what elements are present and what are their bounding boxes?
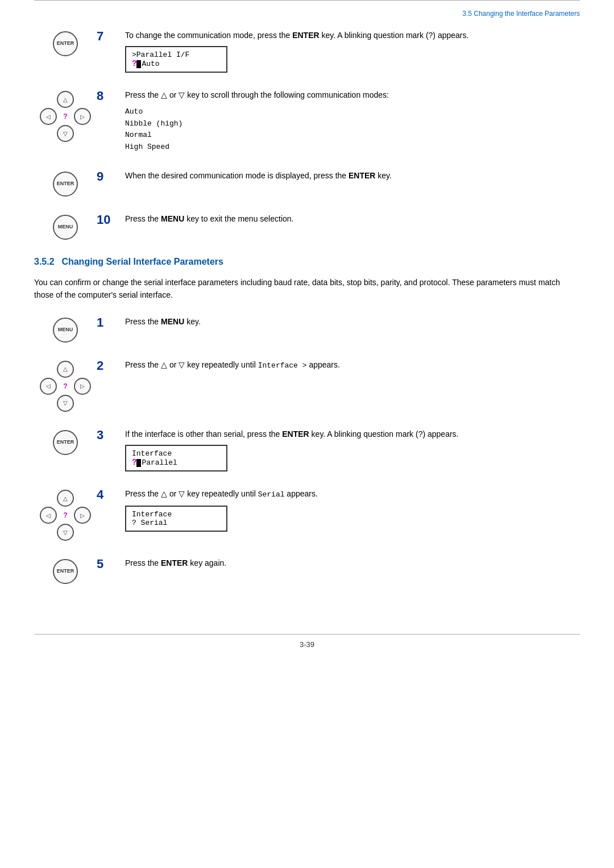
nav-cluster-icon-2: △ ▽ ◁ ▷ ?	[40, 361, 91, 412]
step8-text: Press the △ or ▽ key to scroll through t…	[125, 89, 580, 101]
step2-1-icon-col: MENU	[34, 315, 97, 343]
section-title: Changing Serial Interface Parameters	[56, 257, 223, 266]
step2-1-number: 1	[97, 316, 103, 329]
step2-1-content: Press the MENU key.	[125, 315, 580, 328]
page-container: 3.5 Changing the Interface Parameters EN…	[0, 0, 614, 868]
step8-content: Press the △ or ▽ key to scroll through t…	[125, 89, 580, 153]
step9-number: 9	[97, 170, 103, 183]
step7-icon-col: ENTER	[34, 29, 97, 56]
nav-down-btn: ▽	[57, 125, 74, 142]
step2-1-number-col: 1	[97, 315, 125, 329]
page-header: 3.5 Changing the Interface Parameters	[0, 5, 614, 29]
step2-row-5: ENTER 5 Press the ENTER key again.	[34, 557, 580, 584]
enter-key-icon-3: ENTER	[53, 430, 78, 455]
step2-4-text: Press the △ or ▽ key repeatedly until Se…	[125, 487, 580, 501]
code-line-normal: Normal	[125, 130, 580, 141]
step2-5-number: 5	[97, 558, 103, 570]
nav-up-btn-2: △	[57, 361, 74, 378]
step10-text: Press the MENU key to exit the menu sele…	[125, 212, 580, 225]
menu-key-icon-1: MENU	[53, 318, 78, 343]
section-ref-label: 3.5 Changing the Interface Parameters	[462, 10, 580, 18]
step2-3-lcd: Interface ?Parallel	[125, 445, 227, 471]
lcd7-line1: >Parallel I/F	[132, 51, 221, 59]
step2-4-lcd: Interface ? Serial	[125, 506, 227, 532]
nav-question-mark: ?	[57, 108, 74, 125]
lcd4-line2: ? Serial	[132, 519, 221, 527]
step9-text: When the desired communication mode is d…	[125, 169, 580, 182]
step2-4-number: 4	[97, 489, 103, 501]
step8-code: Auto Nibble (high) Normal High Speed	[125, 106, 580, 153]
code-line-nibble: Nibble (high)	[125, 118, 580, 130]
nav-cluster-icon-4: △ ▽ ◁ ▷ ?	[40, 490, 91, 541]
step10-icon-col: MENU	[34, 212, 97, 240]
step7-content: To change the communication mode, press …	[125, 29, 580, 73]
step2-2-number-col: 2	[97, 358, 125, 372]
step7-lcd: >Parallel I/F ?Auto	[125, 46, 227, 73]
step10-number-col: 10	[97, 212, 125, 226]
step-row-10: MENU 10 Press the MENU key to exit the m…	[34, 212, 580, 240]
nav-up-btn-4: △	[57, 490, 74, 507]
step8-number-col: 8	[97, 89, 125, 102]
nav-question-mark-2: ?	[57, 378, 74, 395]
step2-1-text: Press the MENU key.	[125, 315, 580, 328]
lcd3-line1: Interface	[132, 449, 221, 458]
lcd3-line2: ?Parallel	[132, 458, 221, 467]
step9-number-col: 9	[97, 169, 125, 183]
nav-down-btn-2: ▽	[57, 395, 74, 412]
step2-4-icon-col: △ ▽ ◁ ▷ ?	[34, 487, 97, 541]
step2-row-2: △ ▽ ◁ ▷ ? 2 Press the △ or ▽ key repeate…	[34, 358, 580, 412]
step2-2-number: 2	[97, 360, 103, 372]
page-footer: 3-39	[0, 635, 614, 654]
nav-down-btn-4: ▽	[57, 524, 74, 541]
lcd7-line2: ?Auto	[132, 59, 221, 68]
step2-2-icon-col: △ ▽ ◁ ▷ ?	[34, 358, 97, 412]
menu-key-icon-10: MENU	[53, 215, 78, 240]
step2-3-text: If the interface is other than serial, p…	[125, 428, 580, 440]
enter-key-icon: ENTER	[53, 31, 78, 56]
step2-2-text: Press the △ or ▽ key repeatedly until In…	[125, 358, 580, 372]
step7-number-col: 7	[97, 29, 125, 43]
section-description: You can confirm or change the serial int…	[34, 276, 580, 302]
nav-right-btn-2: ▷	[74, 378, 91, 395]
step-row-8: △ ▽ ◁ ▷ ? 8 Press the △ or ▽ key to scro…	[34, 89, 580, 153]
step2-3-number: 3	[97, 429, 103, 441]
step2-row-3: ENTER 3 If the interface is other than s…	[34, 428, 580, 471]
nav-left-btn-4: ◁	[40, 507, 57, 524]
nav-left-btn: ◁	[40, 108, 57, 125]
page-number: 3-39	[300, 640, 314, 649]
step9-icon-col: ENTER	[34, 169, 97, 197]
content-area: ENTER 7 To change the communication mode…	[0, 29, 614, 623]
step10-number: 10	[97, 214, 110, 226]
code-line-auto: Auto	[125, 106, 580, 118]
nav-left-btn-2: ◁	[40, 378, 57, 395]
step2-3-content: If the interface is other than serial, p…	[125, 428, 580, 471]
step-row-9: ENTER 9 When the desired communication m…	[34, 169, 580, 197]
step2-5-number-col: 5	[97, 557, 125, 570]
step2-5-icon-col: ENTER	[34, 557, 97, 584]
step2-row-4: △ ▽ ◁ ▷ ? 4 Press the △ or ▽ key repeate…	[34, 487, 580, 541]
nav-right-btn-4: ▷	[74, 507, 91, 524]
step2-3-icon-col: ENTER	[34, 428, 97, 455]
lcd4-line1: Interface	[132, 510, 221, 519]
code-line-highspeed: High Speed	[125, 141, 580, 153]
nav-question-mark-4: ?	[57, 507, 74, 524]
step10-content: Press the MENU key to exit the menu sele…	[125, 212, 580, 225]
enter-key-icon-5: ENTER	[53, 559, 78, 584]
top-border	[34, 0, 580, 5]
step2-3-number-col: 3	[97, 428, 125, 441]
step8-icon-col: △ ▽ ◁ ▷ ?	[34, 89, 97, 142]
step2-row-1: MENU 1 Press the MENU key.	[34, 315, 580, 343]
step2-2-content: Press the △ or ▽ key repeatedly until In…	[125, 358, 580, 372]
nav-right-btn: ▷	[74, 108, 91, 125]
step2-5-text: Press the ENTER key again.	[125, 557, 580, 569]
enter-key-icon-9: ENTER	[53, 172, 78, 197]
step2-5-content: Press the ENTER key again.	[125, 557, 580, 569]
step7-number: 7	[97, 30, 103, 43]
section-352-heading: 3.5.2 Changing Serial Interface Paramete…	[34, 257, 580, 267]
nav-cluster-icon: △ ▽ ◁ ▷ ?	[40, 91, 91, 142]
section-number: 3.5.2	[34, 257, 55, 266]
nav-up-btn: △	[57, 91, 74, 108]
step2-4-number-col: 4	[97, 487, 125, 501]
step9-content: When the desired communication mode is d…	[125, 169, 580, 182]
step2-4-content: Press the △ or ▽ key repeatedly until Se…	[125, 487, 580, 532]
